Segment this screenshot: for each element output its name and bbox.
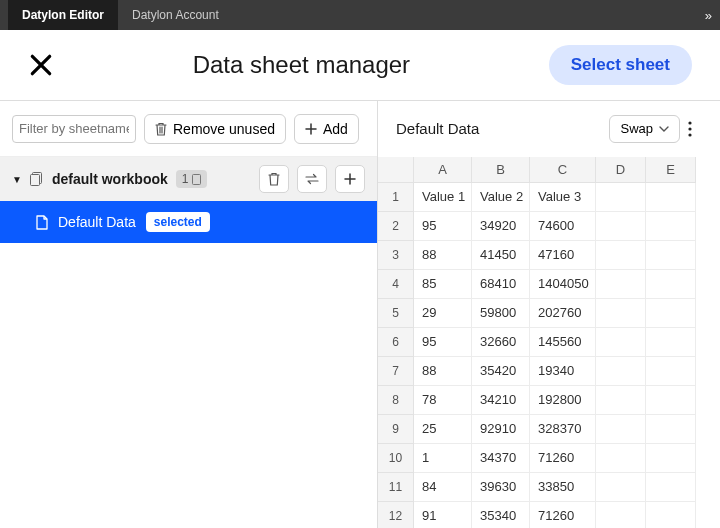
cell[interactable] <box>646 415 696 444</box>
cell[interactable]: 71260 <box>530 502 596 528</box>
cell[interactable] <box>646 299 696 328</box>
cell[interactable]: 68410 <box>472 270 530 299</box>
cell[interactable] <box>596 328 646 357</box>
disclosure-triangle-icon[interactable]: ▼ <box>12 174 22 185</box>
cell[interactable]: Value 3 <box>530 183 596 212</box>
sheet-name: Default Data <box>58 214 136 230</box>
cell[interactable] <box>596 270 646 299</box>
cell[interactable]: 19340 <box>530 357 596 386</box>
cell[interactable]: 25 <box>414 415 472 444</box>
expand-panels-icon[interactable]: » <box>705 8 712 23</box>
cell[interactable]: 47160 <box>530 241 596 270</box>
cell[interactable]: 78 <box>414 386 472 415</box>
cell[interactable]: 35420 <box>472 357 530 386</box>
cell[interactable] <box>596 183 646 212</box>
add-button[interactable]: Add <box>294 114 359 144</box>
swap-button[interactable]: Swap <box>609 115 680 143</box>
cell[interactable]: 41450 <box>472 241 530 270</box>
cell[interactable]: Value 2 <box>472 183 530 212</box>
cell[interactable]: 35340 <box>472 502 530 528</box>
cell[interactable]: 202760 <box>530 299 596 328</box>
cell[interactable]: 88 <box>414 357 472 386</box>
table-row: 7883542019340 <box>378 357 720 386</box>
cell[interactable]: 95 <box>414 212 472 241</box>
row-header[interactable]: 7 <box>378 357 414 386</box>
cell[interactable] <box>646 270 696 299</box>
cell[interactable]: 95 <box>414 328 472 357</box>
cell[interactable]: 59800 <box>472 299 530 328</box>
cell[interactable]: 29 <box>414 299 472 328</box>
cell[interactable]: 328370 <box>530 415 596 444</box>
column-header[interactable]: D <box>596 157 646 183</box>
cell[interactable]: 192800 <box>530 386 596 415</box>
workbook-add-button[interactable] <box>335 165 365 193</box>
column-header[interactable]: C <box>530 157 596 183</box>
workbook-row[interactable]: ▼ default workbook 1 <box>0 157 377 201</box>
cell[interactable] <box>596 386 646 415</box>
cell[interactable]: Value 1 <box>414 183 472 212</box>
row-header[interactable]: 1 <box>378 183 414 212</box>
cell[interactable]: 34370 <box>472 444 530 473</box>
left-pane: Remove unused Add ▼ default workbook 1 <box>0 101 378 528</box>
cell[interactable] <box>596 299 646 328</box>
sheet-item[interactable]: Default Data selected <box>0 201 377 243</box>
cell[interactable] <box>596 357 646 386</box>
cell[interactable] <box>646 357 696 386</box>
cell[interactable]: 92910 <box>472 415 530 444</box>
cell[interactable] <box>646 212 696 241</box>
cell[interactable]: 74600 <box>530 212 596 241</box>
cell[interactable]: 33850 <box>530 473 596 502</box>
cell[interactable] <box>596 241 646 270</box>
cell[interactable]: 88 <box>414 241 472 270</box>
cell[interactable]: 34920 <box>472 212 530 241</box>
app-tab-editor[interactable]: Datylon Editor <box>8 0 118 30</box>
cell[interactable] <box>646 183 696 212</box>
cell[interactable]: 1404050 <box>530 270 596 299</box>
cell[interactable] <box>596 415 646 444</box>
cell[interactable]: 1 <box>414 444 472 473</box>
workbook-swap-button[interactable] <box>297 165 327 193</box>
column-header[interactable]: E <box>646 157 696 183</box>
cell[interactable] <box>596 444 646 473</box>
close-button[interactable] <box>28 52 54 78</box>
row-header[interactable]: 11 <box>378 473 414 502</box>
cell[interactable] <box>646 444 696 473</box>
cell[interactable]: 84 <box>414 473 472 502</box>
cell[interactable]: 71260 <box>530 444 596 473</box>
cell[interactable] <box>646 502 696 528</box>
column-header[interactable]: B <box>472 157 530 183</box>
row-header[interactable]: 12 <box>378 502 414 528</box>
row-header[interactable]: 2 <box>378 212 414 241</box>
cell[interactable] <box>596 473 646 502</box>
cell[interactable] <box>646 386 696 415</box>
select-sheet-button[interactable]: Select sheet <box>549 45 692 85</box>
filter-input[interactable] <box>12 115 136 143</box>
cell[interactable]: 145560 <box>530 328 596 357</box>
grid-corner[interactable] <box>378 157 414 183</box>
cell[interactable]: 34210 <box>472 386 530 415</box>
workbook-delete-button[interactable] <box>259 165 289 193</box>
cell[interactable]: 91 <box>414 502 472 528</box>
column-header[interactable]: A <box>414 157 472 183</box>
spreadsheet-grid[interactable]: A B C D E 1Value 1Value 2Value 329534920… <box>378 157 720 528</box>
row-header[interactable]: 4 <box>378 270 414 299</box>
row-header[interactable]: 6 <box>378 328 414 357</box>
cell[interactable] <box>646 241 696 270</box>
cell[interactable] <box>646 473 696 502</box>
row-header[interactable]: 9 <box>378 415 414 444</box>
cell[interactable]: 32660 <box>472 328 530 357</box>
more-menu-button[interactable] <box>688 121 710 137</box>
remove-unused-button[interactable]: Remove unused <box>144 114 286 144</box>
cell[interactable] <box>646 328 696 357</box>
app-tab-account[interactable]: Datylon Account <box>118 0 233 30</box>
cell[interactable]: 85 <box>414 270 472 299</box>
cell[interactable] <box>596 502 646 528</box>
table-row: 87834210192800 <box>378 386 720 415</box>
row-header[interactable]: 10 <box>378 444 414 473</box>
row-header[interactable]: 8 <box>378 386 414 415</box>
row-header[interactable]: 3 <box>378 241 414 270</box>
cell[interactable] <box>596 212 646 241</box>
row-header[interactable]: 5 <box>378 299 414 328</box>
column-header-row: A B C D E <box>378 157 720 183</box>
cell[interactable]: 39630 <box>472 473 530 502</box>
